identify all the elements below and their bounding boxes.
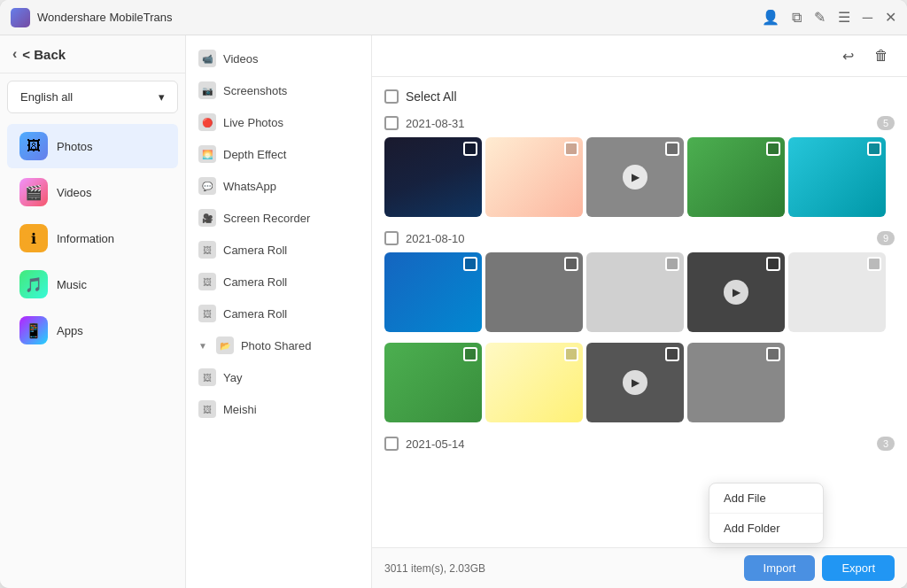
back-button[interactable]: ‹ < Back bbox=[12, 46, 173, 62]
photo-thumb[interactable] bbox=[586, 252, 684, 332]
window-controls: 👤 ⧉ ✎ ☰ ─ ✕ bbox=[762, 9, 896, 26]
sidebar-item-videos-label: Videos bbox=[57, 186, 92, 199]
mid-item-camera-roll-1[interactable]: 🖼 Camera Roll bbox=[186, 234, 371, 266]
whatsapp-mid-label: WhatsApp bbox=[223, 180, 276, 193]
close-icon[interactable]: ✕ bbox=[885, 9, 896, 26]
photo-thumb[interactable] bbox=[485, 137, 583, 217]
thumb-checkbox[interactable] bbox=[766, 347, 780, 361]
date-3-label: 2021-05-14 bbox=[406, 437, 870, 451]
mid-panel: 📹 Videos 📷 Screenshots 🔴 Live Photos 🌅 D… bbox=[186, 35, 372, 588]
app-logo bbox=[11, 8, 30, 27]
photo-thumb[interactable] bbox=[384, 137, 482, 217]
thumb-checkbox[interactable] bbox=[766, 142, 780, 156]
thumb-checkbox[interactable] bbox=[867, 257, 881, 271]
photo-thumb-video[interactable]: ▶ bbox=[687, 252, 785, 332]
play-icon[interactable]: ▶ bbox=[623, 370, 647, 395]
sidebar-item-photos[interactable]: 🖼 Photos bbox=[7, 124, 178, 168]
sidebar-item-apps-label: Apps bbox=[57, 324, 83, 337]
mid-item-videos[interactable]: 📹 Videos bbox=[186, 43, 371, 74]
yay-mid-icon: 🖼 bbox=[198, 368, 216, 386]
device-selector[interactable]: English all ▾ bbox=[7, 81, 178, 113]
screen-recorder-mid-label: Screen Recorder bbox=[223, 212, 310, 225]
edit-icon[interactable]: ✎ bbox=[814, 9, 826, 26]
photo-thumb[interactable] bbox=[687, 137, 785, 217]
thumb-checkbox[interactable] bbox=[665, 347, 679, 361]
camera-roll-3-label: Camera Roll bbox=[223, 307, 287, 321]
photo-thumb[interactable] bbox=[485, 343, 583, 422]
export-button[interactable]: Export bbox=[822, 555, 895, 581]
thumb-checkbox[interactable] bbox=[564, 347, 578, 361]
live-photos-mid-icon: 🔴 bbox=[198, 113, 216, 131]
mid-item-photo-shared[interactable]: ▼ 📂 Photo Shared bbox=[186, 329, 371, 361]
thumb-checkbox[interactable] bbox=[766, 257, 780, 271]
back-label: < Back bbox=[22, 47, 66, 62]
mid-item-screen-recorder[interactable]: 🎥 Screen Recorder bbox=[186, 202, 371, 234]
sidebar-item-apps[interactable]: 📱 Apps bbox=[7, 308, 178, 352]
thumb-checkbox[interactable] bbox=[867, 142, 881, 156]
thumb-checkbox[interactable] bbox=[665, 142, 679, 156]
mid-item-meishi[interactable]: 🖼 Meishi bbox=[186, 393, 371, 425]
sidebar-item-music-label: Music bbox=[57, 278, 87, 291]
photo-thumb[interactable] bbox=[485, 252, 583, 332]
mid-item-depth-effect[interactable]: 🌅 Depth Effect bbox=[186, 138, 371, 170]
expand-arrow-icon: ▼ bbox=[198, 341, 207, 351]
profile-icon[interactable]: 👤 bbox=[762, 9, 779, 26]
add-file-item[interactable]: Add File bbox=[709, 484, 823, 514]
thumb-checkbox[interactable] bbox=[463, 347, 477, 361]
date-1-label: 2021-08-31 bbox=[406, 117, 870, 130]
mid-item-camera-roll-2[interactable]: 🖼 Camera Roll bbox=[186, 266, 371, 298]
minimize-icon[interactable]: ─ bbox=[863, 10, 872, 26]
whatsapp-mid-icon: 💬 bbox=[198, 177, 216, 195]
main-toolbar: ↩ 🗑 bbox=[372, 35, 907, 77]
camera-roll-1-icon: 🖼 bbox=[198, 241, 216, 259]
select-all-checkbox[interactable] bbox=[384, 89, 399, 104]
photos-icon: 🖼 bbox=[19, 132, 48, 160]
photo-list: Select All 2021-08-31 5 ▶ bbox=[372, 77, 907, 547]
meishi-mid-icon: 🖼 bbox=[198, 400, 216, 418]
import-button[interactable]: Import bbox=[744, 555, 816, 581]
date-row-3: 2021-05-14 3 bbox=[384, 433, 895, 458]
back-arrow-icon: ‹ bbox=[12, 46, 17, 62]
photo-thumb[interactable] bbox=[384, 252, 482, 332]
thumb-checkbox[interactable] bbox=[564, 257, 578, 271]
window-icon[interactable]: ⧉ bbox=[792, 10, 802, 26]
mid-item-camera-roll-3[interactable]: 🖼 Camera Roll bbox=[186, 298, 371, 329]
titlebar: Wondershare MobileTrans 👤 ⧉ ✎ ☰ ─ ✕ bbox=[0, 0, 907, 35]
date-3-checkbox[interactable] bbox=[384, 437, 399, 451]
thumb-checkbox[interactable] bbox=[463, 142, 477, 156]
date-2-checkbox[interactable] bbox=[384, 231, 399, 245]
photo-thumb[interactable] bbox=[384, 343, 482, 422]
menu-icon[interactable]: ☰ bbox=[838, 9, 850, 26]
thumb-checkbox[interactable] bbox=[665, 257, 679, 271]
videos-mid-label: Videos bbox=[223, 52, 259, 66]
photo-thumb-video[interactable]: ▶ bbox=[586, 343, 684, 422]
sidebar-item-information[interactable]: ℹ Information bbox=[7, 216, 178, 260]
thumb-checkbox[interactable] bbox=[463, 257, 477, 271]
thumb-checkbox[interactable] bbox=[564, 142, 578, 156]
date-2-count: 9 bbox=[877, 231, 895, 245]
photo-thumb[interactable] bbox=[788, 252, 886, 332]
photo-thumb[interactable] bbox=[687, 343, 785, 422]
sidebar-item-videos[interactable]: 🎬 Videos bbox=[7, 170, 178, 214]
delete-button[interactable]: 🗑 bbox=[868, 43, 895, 69]
add-folder-item[interactable]: Add Folder bbox=[709, 514, 823, 543]
mid-item-screenshots[interactable]: 📷 Screenshots bbox=[186, 74, 371, 106]
play-icon[interactable]: ▶ bbox=[623, 165, 647, 190]
mid-item-live-photos[interactable]: 🔴 Live Photos bbox=[186, 106, 371, 138]
undo-button[interactable]: ↩ bbox=[834, 43, 861, 69]
content-area: ‹ < Back English all ▾ 🖼 Photos 🎬 Videos bbox=[0, 35, 907, 588]
meishi-mid-label: Meishi bbox=[223, 403, 257, 416]
status-text: 3011 item(s), 2.03GB bbox=[384, 562, 485, 575]
depth-effect-mid-label: Depth Effect bbox=[223, 148, 286, 161]
yay-mid-label: Yay bbox=[223, 371, 242, 384]
camera-roll-1-label: Camera Roll bbox=[223, 244, 287, 257]
mid-item-yay[interactable]: 🖼 Yay bbox=[186, 361, 371, 393]
depth-effect-mid-icon: 🌅 bbox=[198, 145, 216, 163]
date-1-checkbox[interactable] bbox=[384, 116, 399, 130]
photo-thumb-video[interactable]: ▶ bbox=[586, 137, 684, 217]
play-icon[interactable]: ▶ bbox=[724, 280, 748, 305]
photo-thumb[interactable] bbox=[788, 137, 886, 217]
mid-item-whatsapp[interactable]: 💬 WhatsApp bbox=[186, 170, 371, 202]
videos-icon: 🎬 bbox=[19, 178, 48, 206]
sidebar-item-music[interactable]: 🎵 Music bbox=[7, 262, 178, 306]
